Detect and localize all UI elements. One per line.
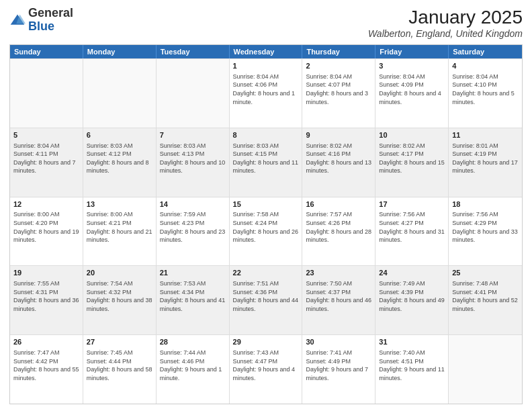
cell-sun-info: Sunrise: 7:53 AM Sunset: 4:34 PM Dayligh… [160,279,226,313]
calendar-cell [10,59,83,128]
cell-sun-info: Sunrise: 8:00 AM Sunset: 4:21 PM Dayligh… [87,210,152,244]
day-number: 4 [452,61,519,71]
calendar-cell: 12Sunrise: 8:00 AM Sunset: 4:20 PM Dayli… [10,197,83,266]
day-number: 28 [160,337,226,347]
calendar-row: 1Sunrise: 8:04 AM Sunset: 4:06 PM Daylig… [10,58,522,128]
day-number: 3 [379,61,445,71]
calendar-cell: 15Sunrise: 7:58 AM Sunset: 4:24 PM Dayli… [230,197,303,266]
cell-sun-info: Sunrise: 7:41 AM Sunset: 4:49 PM Dayligh… [306,349,371,382]
day-number: 1 [233,61,299,71]
weekday-header: Saturday [449,45,522,58]
page: General Blue January 2025 Walberton, Eng… [0,0,532,411]
cell-sun-info: Sunrise: 7:54 AM Sunset: 4:32 PM Dayligh… [87,279,152,313]
calendar-cell: 21Sunrise: 7:53 AM Sunset: 4:34 PM Dayli… [157,266,230,334]
calendar-cell: 28Sunrise: 7:44 AM Sunset: 4:46 PM Dayli… [157,335,230,404]
cell-sun-info: Sunrise: 7:58 AM Sunset: 4:24 PM Dayligh… [233,210,299,244]
calendar-cell: 13Sunrise: 8:00 AM Sunset: 4:21 PM Dayli… [83,197,157,266]
location: Walberton, England, United Kingdom [368,28,523,39]
weekday-header: Wednesday [230,45,303,58]
cell-sun-info: Sunrise: 8:04 AM Sunset: 4:10 PM Dayligh… [452,73,519,106]
calendar-cell: 17Sunrise: 7:56 AM Sunset: 4:27 PM Dayli… [375,197,449,266]
day-number: 16 [306,199,371,210]
calendar-cell: 8Sunrise: 8:03 AM Sunset: 4:15 PM Daylig… [230,128,303,197]
day-number: 29 [233,337,299,347]
cell-sun-info: Sunrise: 7:48 AM Sunset: 4:41 PM Dayligh… [452,279,519,313]
calendar-cell: 29Sunrise: 7:43 AM Sunset: 4:47 PM Dayli… [230,335,303,404]
calendar-cell: 23Sunrise: 7:50 AM Sunset: 4:37 PM Dayli… [302,266,375,334]
calendar-cell: 16Sunrise: 7:57 AM Sunset: 4:26 PM Dayli… [302,197,375,266]
day-number: 31 [379,337,445,347]
calendar-cell: 7Sunrise: 8:03 AM Sunset: 4:13 PM Daylig… [157,128,230,197]
month-year: January 2025 [368,7,523,28]
cell-sun-info: Sunrise: 7:45 AM Sunset: 4:44 PM Dayligh… [87,349,152,382]
day-number: 24 [379,268,445,278]
cell-sun-info: Sunrise: 8:02 AM Sunset: 4:17 PM Dayligh… [379,142,445,175]
calendar-cell: 31Sunrise: 7:40 AM Sunset: 4:51 PM Dayli… [375,335,449,404]
cell-sun-info: Sunrise: 8:03 AM Sunset: 4:15 PM Dayligh… [233,142,299,175]
calendar-cell: 9Sunrise: 8:02 AM Sunset: 4:16 PM Daylig… [302,128,375,197]
day-number: 21 [160,268,226,278]
day-number: 30 [306,337,371,347]
day-number: 2 [306,61,371,71]
day-number: 10 [379,130,445,140]
calendar-cell: 5Sunrise: 8:04 AM Sunset: 4:11 PM Daylig… [10,128,83,197]
day-number: 26 [13,337,79,347]
cell-sun-info: Sunrise: 7:59 AM Sunset: 4:23 PM Dayligh… [160,210,226,244]
cell-sun-info: Sunrise: 7:47 AM Sunset: 4:42 PM Dayligh… [13,349,79,382]
cell-sun-info: Sunrise: 8:04 AM Sunset: 4:06 PM Dayligh… [233,73,299,106]
calendar-body: 1Sunrise: 8:04 AM Sunset: 4:06 PM Daylig… [10,58,522,404]
cell-sun-info: Sunrise: 8:02 AM Sunset: 4:16 PM Dayligh… [306,142,371,175]
calendar-cell: 1Sunrise: 8:04 AM Sunset: 4:06 PM Daylig… [230,59,303,128]
calendar-cell: 3Sunrise: 8:04 AM Sunset: 4:09 PM Daylig… [375,59,449,128]
cell-sun-info: Sunrise: 8:04 AM Sunset: 4:11 PM Dayligh… [13,142,79,175]
weekday-header: Friday [375,45,449,58]
day-number: 17 [379,199,445,210]
calendar-cell: 19Sunrise: 7:55 AM Sunset: 4:31 PM Dayli… [10,266,83,334]
cell-sun-info: Sunrise: 7:44 AM Sunset: 4:46 PM Dayligh… [160,349,226,382]
day-number: 25 [452,268,519,278]
calendar-cell: 30Sunrise: 7:41 AM Sunset: 4:49 PM Dayli… [302,335,375,404]
calendar-row: 12Sunrise: 8:00 AM Sunset: 4:20 PM Dayli… [10,197,522,266]
logo: General Blue [9,7,73,34]
cell-sun-info: Sunrise: 8:04 AM Sunset: 4:09 PM Dayligh… [379,73,445,106]
weekday-header: Thursday [302,45,375,58]
calendar-row: 5Sunrise: 8:04 AM Sunset: 4:11 PM Daylig… [10,128,522,197]
calendar: SundayMondayTuesdayWednesdayThursdayFrid… [9,44,523,404]
day-number: 6 [87,130,152,140]
calendar-cell: 4Sunrise: 8:04 AM Sunset: 4:10 PM Daylig… [449,59,522,128]
day-number: 8 [233,130,299,140]
calendar-cell: 26Sunrise: 7:47 AM Sunset: 4:42 PM Dayli… [10,335,83,404]
cell-sun-info: Sunrise: 7:43 AM Sunset: 4:47 PM Dayligh… [233,349,299,382]
logo-general: General [28,6,73,19]
day-number: 7 [160,130,226,140]
calendar-cell: 24Sunrise: 7:49 AM Sunset: 4:39 PM Dayli… [375,266,449,334]
day-number: 23 [306,268,371,278]
day-number: 22 [233,268,299,278]
calendar-header: SundayMondayTuesdayWednesdayThursdayFrid… [10,45,522,58]
weekday-header: Monday [83,45,157,58]
day-number: 18 [452,199,519,210]
day-number: 27 [87,337,152,347]
calendar-cell: 27Sunrise: 7:45 AM Sunset: 4:44 PM Dayli… [83,335,157,404]
calendar-row: 19Sunrise: 7:55 AM Sunset: 4:31 PM Dayli… [10,265,522,334]
weekday-header: Tuesday [157,45,230,58]
cell-sun-info: Sunrise: 7:56 AM Sunset: 4:29 PM Dayligh… [452,210,519,244]
day-number: 12 [13,199,79,210]
weekday-header: Sunday [10,45,83,58]
cell-sun-info: Sunrise: 8:03 AM Sunset: 4:12 PM Dayligh… [87,142,152,175]
cell-sun-info: Sunrise: 8:01 AM Sunset: 4:19 PM Dayligh… [452,142,519,175]
calendar-cell [157,59,230,128]
cell-sun-info: Sunrise: 7:57 AM Sunset: 4:26 PM Dayligh… [306,210,371,244]
cell-sun-info: Sunrise: 8:00 AM Sunset: 4:20 PM Dayligh… [13,210,79,244]
logo-text: General Blue [28,7,73,34]
title-block: January 2025 Walberton, England, United … [368,7,523,39]
cell-sun-info: Sunrise: 8:03 AM Sunset: 4:13 PM Dayligh… [160,142,226,175]
calendar-cell: 20Sunrise: 7:54 AM Sunset: 4:32 PM Dayli… [83,266,157,334]
calendar-cell: 25Sunrise: 7:48 AM Sunset: 4:41 PM Dayli… [449,266,522,334]
cell-sun-info: Sunrise: 7:51 AM Sunset: 4:36 PM Dayligh… [233,279,299,313]
calendar-row: 26Sunrise: 7:47 AM Sunset: 4:42 PM Dayli… [10,334,522,404]
calendar-cell [83,59,157,128]
calendar-cell: 6Sunrise: 8:03 AM Sunset: 4:12 PM Daylig… [83,128,157,197]
calendar-cell: 11Sunrise: 8:01 AM Sunset: 4:19 PM Dayli… [449,128,522,197]
calendar-cell: 2Sunrise: 8:04 AM Sunset: 4:07 PM Daylig… [302,59,375,128]
